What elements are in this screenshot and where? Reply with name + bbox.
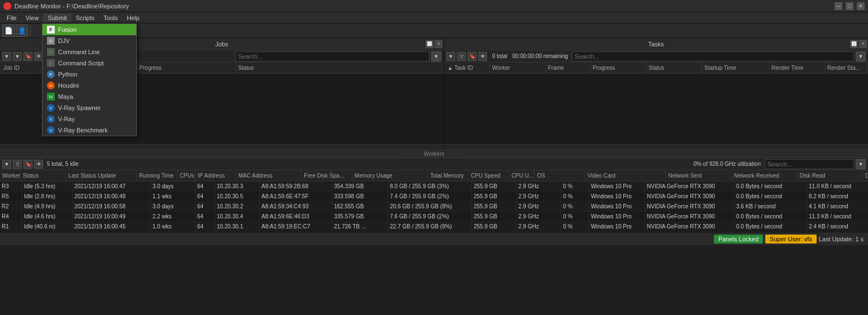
- menu-tools[interactable]: Tools: [99, 13, 122, 22]
- submit-vray-benchmark[interactable]: V V-Ray Benchmark: [42, 125, 136, 136]
- submit-vray[interactable]: V V-Ray: [42, 113, 136, 125]
- workers-col-diskread[interactable]: Disk Read: [798, 170, 864, 181]
- worker-row[interactable]: R1 Idle (40.6 m) 2021/12/19 16:00:45 1.0…: [0, 222, 868, 232]
- workers-search-input[interactable]: [765, 159, 854, 169]
- workers-col-netsent[interactable]: Network Sent: [666, 170, 732, 181]
- menu-view[interactable]: View: [21, 13, 44, 22]
- panels-locked-badge[interactable]: Panels Locked: [714, 235, 763, 244]
- workers-col-cpus[interactable]: CPUs: [178, 170, 195, 181]
- tasks-search-dropdown[interactable]: ▼: [856, 51, 866, 61]
- submit-fusion[interactable]: F Fusion: [42, 24, 136, 35]
- workers-col-netrecv[interactable]: Network Received: [732, 170, 798, 181]
- worker-row[interactable]: R3 Idle (5.3 hrs) 2021/12/19 16:00:47 3.…: [0, 182, 868, 192]
- houdini-icon: H: [47, 82, 55, 89]
- tasks-col-progress[interactable]: Progress: [590, 63, 646, 73]
- tasks-search-input[interactable]: [572, 51, 854, 61]
- new-button[interactable]: 📄: [2, 25, 15, 37]
- workers-col-video[interactable]: Video Card: [585, 170, 666, 181]
- worker-cell-totalmem: 255.9 GB: [472, 182, 517, 191]
- menu-file[interactable]: File: [2, 13, 21, 22]
- workers-col-disk[interactable]: Free Disk Spa...: [302, 170, 352, 181]
- workers-filter-btn[interactable]: ▽: [13, 160, 22, 169]
- submit-maya[interactable]: M Maya: [42, 91, 136, 102]
- submit-djv[interactable]: D DJV: [42, 35, 136, 46]
- worker-cell-memusage: 7.4 GB / 255.9 GB (2%): [388, 192, 472, 201]
- workers-col-last-update[interactable]: Last Status Update: [66, 170, 137, 181]
- tasks-col-taskid[interactable]: ▲ Task ID: [445, 63, 490, 73]
- jobs-search-input[interactable]: [235, 51, 430, 61]
- submit-houdini[interactable]: H Houdini: [42, 80, 136, 91]
- worker-row[interactable]: R4 Idle (4.6 hrs) 2021/12/19 16:00:49 2.…: [0, 212, 868, 222]
- workers-eye-btn[interactable]: 👁: [34, 160, 43, 169]
- tasks-filter-btn[interactable]: ▽: [457, 52, 466, 61]
- tasks-col-worker[interactable]: Worker: [490, 63, 546, 73]
- workers-col-cpuutil[interactable]: CPU U...: [509, 170, 535, 181]
- submit-commandline[interactable]: C Command Line: [42, 46, 136, 58]
- jobs-filter-btn[interactable]: ▼: [13, 52, 22, 61]
- tasks-bookmark-btn[interactable]: 🔖: [468, 52, 476, 61]
- workers-col-cpuspeed[interactable]: CPU Speed: [469, 170, 509, 181]
- jobs-close-btn[interactable]: ✕: [435, 40, 442, 48]
- submit-python[interactable]: P Python: [42, 69, 136, 80]
- maximize-button[interactable]: □: [846, 2, 853, 10]
- worker-cell-cpuutil: 0 %: [561, 182, 589, 191]
- menu-scripts[interactable]: Scripts: [71, 13, 99, 22]
- close-button[interactable]: ✕: [857, 2, 865, 10]
- user-button[interactable]: 👤: [16, 25, 28, 37]
- jobs-filter-dropdown[interactable]: ▼: [2, 52, 11, 61]
- workers-col-running[interactable]: Running Time: [137, 170, 178, 181]
- worker-cell-netsent: 0.0 Bytes / second: [735, 182, 807, 191]
- menu-help[interactable]: Help: [122, 13, 144, 22]
- worker-cell-ip: 10.20.30.5: [215, 192, 260, 201]
- worker-cell-running: 3.0 days: [151, 182, 195, 191]
- workers-col-totalmem[interactable]: Total Memory: [428, 170, 469, 181]
- tasks-close-btn[interactable]: ✕: [859, 40, 867, 48]
- workers-col-mac[interactable]: MAC Address: [236, 170, 302, 181]
- jobs-search-dropdown[interactable]: ▼: [431, 51, 441, 61]
- worker-cell-os: Windows 10 Pro: [589, 192, 645, 201]
- jobs-restore-btn[interactable]: ⬜: [426, 40, 433, 48]
- jobs-col-status[interactable]: Status: [236, 63, 442, 73]
- tasks-eye-btn[interactable]: 👁: [478, 52, 487, 61]
- worker-cell-ip: 10.20.30.3: [215, 182, 260, 191]
- tasks-panel-title: Tasks: [446, 41, 866, 47]
- worker-cell-disk: 21.726 TB ...: [332, 222, 388, 231]
- workers-panel: ▼ ▽ 🔖 👁 5 total, 5 idle 0% of 928.0 GHz …: [0, 157, 868, 232]
- tasks-filter-dropdown[interactable]: ▼: [446, 52, 455, 61]
- workers-utilization: 0% of 928.0 GHz utilization: [80, 161, 761, 167]
- workers-filter-dropdown[interactable]: ▼: [2, 160, 11, 169]
- worker-cell-cpus: 64: [195, 182, 215, 191]
- workers-col-os[interactable]: OS: [535, 170, 585, 181]
- worker-cell-memusage: 8.0 GB / 255.9 GB (3%): [388, 182, 472, 191]
- tasks-col-startup[interactable]: Startup Time: [702, 63, 769, 73]
- workers-col-memusage[interactable]: Memory Usage: [352, 170, 428, 181]
- minimize-button[interactable]: ─: [834, 2, 842, 10]
- worker-cell-totalmem: 255.9 GB: [472, 202, 517, 211]
- tasks-restore-btn[interactable]: ⬜: [850, 40, 858, 48]
- workers-bookmark-btn[interactable]: 🔖: [23, 160, 32, 169]
- worker-cell-running: 3.0 days: [151, 202, 195, 211]
- tasks-col-frame[interactable]: Frame: [546, 63, 590, 73]
- jobs-scrollbar-h[interactable]: [0, 144, 443, 150]
- workers-col-worker[interactable]: Worker: [0, 170, 21, 181]
- jobs-bookmark-btn[interactable]: 🔖: [23, 52, 32, 61]
- worker-cell-status: Idle (4.9 hrs): [22, 202, 73, 211]
- tasks-col-status[interactable]: Status: [646, 63, 702, 73]
- worker-cell-name: R5: [0, 192, 22, 201]
- worker-row[interactable]: R5 Idle (2.8 hrs) 2021/12/19 16:00:48 1.…: [0, 192, 868, 202]
- menu-submit[interactable]: Submit: [43, 13, 71, 22]
- maya-icon: M: [47, 93, 55, 101]
- workers-search-dropdown[interactable]: ▼: [856, 159, 866, 169]
- python-icon: P: [47, 70, 55, 78]
- tasks-scrollbar-h[interactable]: [444, 144, 868, 150]
- workers-col-ip[interactable]: IP Address: [195, 170, 236, 181]
- submit-vray-spawner[interactable]: V V-Ray Spawner: [42, 102, 136, 113]
- workers-col-diskwrite[interactable]: Disk Write: [863, 170, 868, 181]
- submit-commandscript[interactable]: C Command Script: [42, 58, 136, 69]
- jobs-col-taskprogress[interactable]: Task Progress: [124, 63, 236, 73]
- tasks-col-render[interactable]: Render Time: [769, 63, 825, 73]
- worker-row[interactable]: R2 Idle (4.9 hrs) 2021/12/19 16:00:58 3.…: [0, 202, 868, 212]
- workers-col-status[interactable]: Status: [21, 170, 66, 181]
- tasks-col-rendersta[interactable]: Render Sta...: [825, 63, 867, 73]
- tasks-remaining: 00:00:00:00 remaining: [512, 53, 568, 59]
